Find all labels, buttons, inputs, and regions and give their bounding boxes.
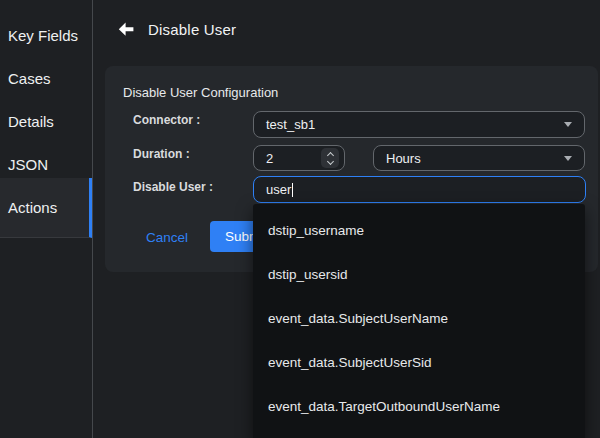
sidebar-item-label: Actions: [8, 199, 57, 216]
autocomplete-option-label: event_data.TargetOutboundUserName: [268, 399, 500, 414]
page-title: Disable User: [148, 21, 236, 38]
autocomplete-option[interactable]: event_data.SubjectUserName: [253, 296, 585, 340]
sidebar-item-label: Cases: [8, 70, 51, 87]
duration-input[interactable]: 2: [253, 145, 345, 171]
back-icon: [118, 22, 134, 37]
autocomplete-option[interactable]: dstip_username: [253, 208, 585, 252]
autocomplete-option-label: dstip_username: [268, 223, 364, 238]
duration-stepper[interactable]: [321, 148, 339, 168]
duration-label: Duration :: [133, 147, 190, 161]
sidebar: Key Fields Cases Details JSON Actions: [0, 0, 93, 438]
duration-value: 2: [266, 151, 273, 166]
config-heading: Disable User Configuration: [123, 85, 278, 100]
autocomplete-option-label: dstip_usersid: [268, 267, 348, 282]
chevron-down-icon: [564, 156, 572, 161]
sidebar-item-label: Key Fields: [8, 27, 78, 44]
connector-label: Connector :: [133, 113, 200, 127]
connector-select[interactable]: test_sb1: [253, 111, 585, 138]
disable-user-value: user: [266, 182, 291, 197]
sidebar-item[interactable]: Cases: [0, 57, 92, 100]
sidebar-item-label: JSON: [8, 156, 48, 173]
chevron-down-icon: [564, 122, 572, 127]
sidebar-item[interactable]: Key Fields: [0, 14, 92, 57]
autocomplete-option-label: event_data.SubjectUserSid: [268, 355, 432, 370]
duration-unit-value: Hours: [386, 151, 421, 166]
sidebar-item[interactable]: Actions: [0, 178, 92, 238]
cancel-button[interactable]: Cancel: [146, 230, 188, 245]
duration-unit-select[interactable]: Hours: [373, 145, 585, 171]
sidebar-item[interactable]: Details: [0, 100, 92, 143]
autocomplete-dropdown: dstip_username dstip_usersid event_data.…: [253, 204, 585, 438]
autocomplete-option[interactable]: dstip_usersid: [253, 252, 585, 296]
disable-user-input[interactable]: user: [253, 176, 586, 203]
sidebar-item-label: Details: [8, 113, 54, 130]
autocomplete-option[interactable]: event_data.SubjectUserSid: [253, 340, 585, 384]
back-button[interactable]: [118, 22, 134, 37]
page-header: Disable User: [94, 0, 600, 38]
autocomplete-option-label: event_data.SubjectUserName: [268, 311, 448, 326]
disable-user-label: Disable User :: [133, 180, 213, 194]
text-cursor: [292, 183, 293, 197]
autocomplete-option[interactable]: event_data.TargetOutboundUserName: [253, 384, 585, 428]
chevron-down-icon: [326, 158, 333, 165]
connector-value: test_sb1: [266, 117, 315, 132]
